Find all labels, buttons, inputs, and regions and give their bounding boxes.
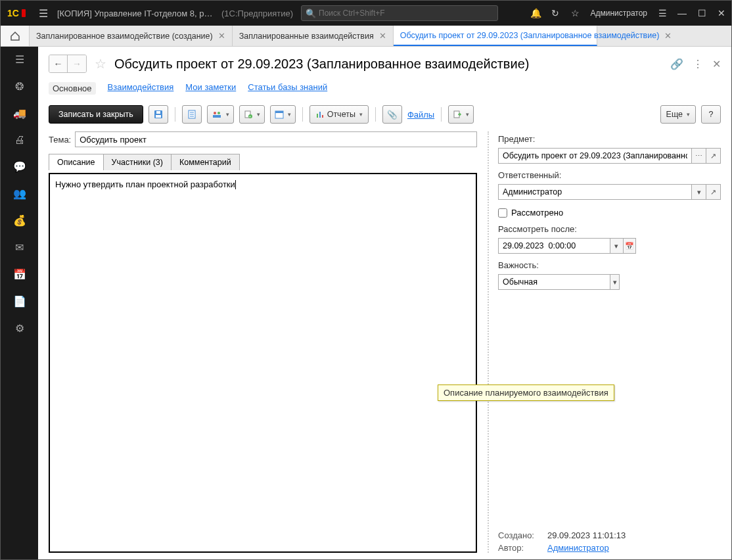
subnav-interactions[interactable]: Взаимодействия [108, 82, 174, 95]
svg-point-9 [214, 112, 216, 114]
review-after-input[interactable] [498, 238, 610, 254]
star-icon[interactable]: ☆ [565, 8, 585, 18]
tab-comment[interactable]: Комментарий [171, 154, 240, 170]
tabs-bar: Запланированное взаимодействие (создание… [1, 26, 731, 47]
sidebar-menu-icon[interactable]: ☰ [1, 51, 38, 68]
description-text: Нужно утвердить план проектной разработк… [55, 179, 235, 189]
sidebar-truck-icon[interactable]: 🚚 [1, 105, 38, 122]
toolbar: Записать и закрыть ▾ + ▾ ▾ [49, 105, 721, 124]
tab-label: Запланированные взаимодействия [239, 32, 374, 41]
priority-dropdown-button[interactable]: ▾ [610, 274, 620, 290]
responsible-dropdown-button[interactable]: ▾ [692, 184, 706, 200]
home-tab[interactable] [1, 26, 30, 46]
svg-text:+: + [249, 114, 251, 118]
app-logo: 1C [1, 7, 34, 19]
sidebar-doc-icon[interactable]: 📄 [1, 292, 38, 310]
tab-description[interactable]: Описание [49, 154, 104, 170]
author-label: Автор: [498, 543, 541, 553]
close-icon[interactable]: ✕ [218, 31, 225, 41]
subject-input[interactable] [498, 148, 692, 164]
schedule-button[interactable]: ▾ [270, 105, 296, 124]
sidebar-money-icon[interactable]: 💰 [1, 212, 38, 229]
svg-point-10 [217, 112, 220, 114]
search-icon: 🔍 [306, 9, 316, 18]
history-icon[interactable]: ↻ [545, 8, 565, 18]
content-area: ← → ☆ Обсудить проект от 29.09.2023 (Зап… [38, 47, 731, 559]
help-button[interactable]: ? [701, 105, 721, 124]
subnav-kb[interactable]: Статьи базы знаний [248, 82, 327, 95]
tab-1[interactable]: Запланированное взаимодействие (создание… [30, 26, 233, 46]
minimize-icon[interactable]: — [672, 8, 692, 18]
review-after-calendar-button[interactable]: 📅 [624, 238, 637, 254]
more-button[interactable]: Еще▾ [660, 105, 696, 124]
created-value: 29.09.2023 11:01:13 [547, 530, 626, 540]
files-link[interactable]: Файлы [407, 110, 434, 120]
export-button[interactable]: ▾ [448, 105, 474, 124]
svg-rect-16 [275, 111, 283, 113]
close-icon[interactable]: ✕ [379, 31, 386, 41]
priority-label: Важность: [498, 260, 721, 270]
topic-label: Тема: [49, 135, 71, 145]
review-after-dropdown-button[interactable]: ▾ [610, 238, 624, 254]
created-label: Создано: [498, 530, 541, 540]
maximize-icon[interactable]: ☐ [692, 8, 712, 18]
responsible-open-button[interactable]: ↗ [706, 184, 721, 200]
tab-3[interactable]: Обсудить проект от 29.09.2023 (Запланиро… [394, 26, 597, 46]
save-close-button[interactable]: Записать и закрыть [49, 105, 143, 124]
save-button[interactable] [149, 105, 168, 124]
left-sidebar: ☰ ❂ 🚚 🖨 💬 👥 💰 ✉ 📅 📄 ⚙ [1, 47, 38, 559]
tab-label: Запланированное взаимодействие (создание… [36, 32, 213, 41]
sidebar-dashboard-icon[interactable]: ❂ [1, 78, 38, 95]
sidebar-gear-icon[interactable]: ⚙ [1, 319, 38, 337]
topic-input[interactable] [75, 131, 477, 147]
nav-back-button[interactable]: ← [49, 55, 68, 72]
svg-rect-11 [213, 115, 221, 118]
subnav-main[interactable]: Основное [49, 82, 96, 95]
close-window-icon[interactable]: ✕ [712, 8, 731, 18]
titlebar: 1C ☰ [КОПИЯ] Управление IT-отделом 8, ре… [1, 1, 731, 26]
sidebar-chat-icon[interactable]: 💬 [1, 158, 38, 175]
svg-rect-4 [156, 111, 160, 114]
reports-button[interactable]: Отчеты ▾ [309, 105, 369, 124]
inner-tabs: Описание Участники (3) Комментарий [49, 154, 477, 170]
search-input[interactable] [319, 9, 493, 18]
subject-label: Предмет: [498, 134, 721, 144]
nav-forward-button[interactable]: → [68, 55, 86, 72]
contacts-button[interactable]: ▾ [207, 105, 234, 124]
global-search[interactable]: 🔍 [301, 5, 498, 21]
document-button[interactable] [182, 105, 202, 124]
tab-2[interactable]: Запланированные взаимодействия ✕ [233, 26, 394, 46]
subnav: Основное Взаимодействия Мои заметки Стат… [49, 82, 721, 95]
sidebar-users-icon[interactable]: 👥 [1, 185, 38, 202]
tab-participants[interactable]: Участники (3) [103, 154, 172, 170]
bell-icon[interactable]: 🔔 [526, 8, 545, 18]
subnav-notes[interactable]: Мои заметки [185, 82, 236, 95]
favorite-star-icon[interactable]: ☆ [95, 56, 106, 72]
review-after-label: Рассмотреть после: [498, 224, 721, 234]
reviewed-checkbox[interactable] [498, 208, 507, 218]
reports-label: Отчеты [327, 110, 355, 119]
create-button[interactable]: + ▾ [239, 105, 265, 124]
subject-open-button[interactable]: ↗ [706, 148, 721, 164]
svg-rect-3 [156, 115, 161, 118]
sidebar-mail-icon[interactable]: ✉ [1, 239, 38, 256]
priority-input[interactable] [498, 274, 610, 290]
attach-button[interactable]: 📎 [382, 105, 402, 124]
author-link[interactable]: Администратор [547, 543, 609, 553]
tab-label: Обсудить проект от 29.09.2023 (Запланиро… [400, 31, 660, 40]
close-icon[interactable]: ✕ [664, 31, 672, 41]
svg-rect-17 [317, 114, 318, 118]
description-textarea[interactable]: Нужно утвердить план проектной разработк… [49, 173, 477, 553]
sidebar-print-icon[interactable]: 🖨 [1, 131, 38, 149]
user-label[interactable]: Администратор [585, 9, 652, 18]
settings-bars-icon[interactable]: ☰ [652, 8, 672, 18]
link-icon[interactable]: 🔗 [670, 58, 683, 70]
subject-more-button[interactable]: ⋯ [692, 148, 706, 164]
reviewed-label: Рассмотрено [511, 208, 563, 218]
responsible-input[interactable] [498, 184, 692, 200]
svg-text:1C: 1C [7, 8, 19, 18]
kebab-icon[interactable]: ⋮ [693, 58, 703, 70]
close-page-icon[interactable]: ✕ [712, 58, 721, 70]
menu-icon[interactable]: ☰ [34, 7, 53, 20]
sidebar-calendar-icon[interactable]: 📅 [1, 266, 38, 283]
